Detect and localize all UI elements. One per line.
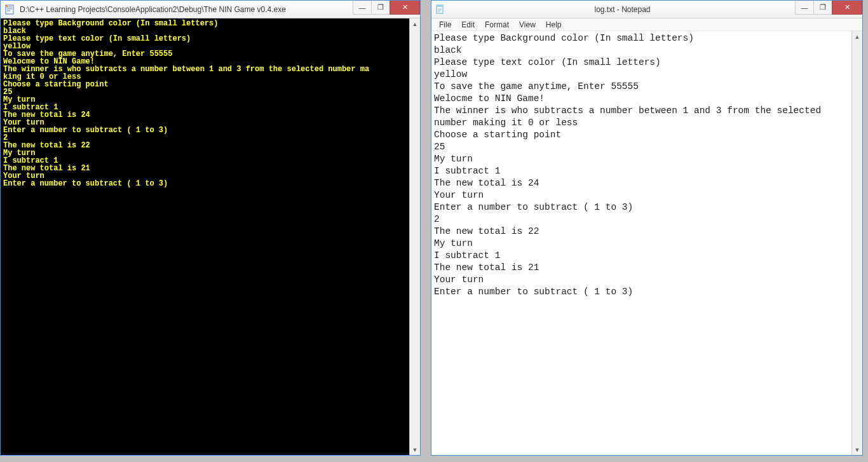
menu-file[interactable]: File <box>434 19 456 31</box>
notepad-scrollbar[interactable]: ▲ ▼ <box>851 31 862 455</box>
console-output: Please type Background color (In small l… <box>1 18 420 189</box>
console-window: D:\C++ Learning Projects\ConsoleApplicat… <box>0 0 421 456</box>
console-titlebar[interactable]: D:\C++ Learning Projects\ConsoleApplicat… <box>1 1 420 18</box>
menu-edit[interactable]: Edit <box>456 19 480 31</box>
minimize-button[interactable]: — <box>795 1 814 15</box>
minimize-button[interactable]: — <box>353 1 372 15</box>
menu-view[interactable]: View <box>514 19 541 31</box>
menu-format[interactable]: Format <box>480 19 514 31</box>
notepad-menubar: File Edit Format View Help <box>431 18 862 31</box>
scroll-up-icon[interactable]: ▲ <box>852 31 862 42</box>
scroll-track[interactable] <box>410 29 420 444</box>
console-title: D:\C++ Learning Projects\ConsoleApplicat… <box>18 5 353 14</box>
notepad-window: log.txt - Notepad — ❐ ✕ File Edit Format… <box>431 0 863 456</box>
scroll-up-icon[interactable]: ▲ <box>410 18 420 29</box>
scroll-track[interactable] <box>852 42 862 444</box>
notepad-app-icon <box>435 4 445 15</box>
notepad-title: log.txt - Notepad <box>449 5 796 14</box>
notepad-titlebar-buttons: — ❐ ✕ <box>796 1 862 15</box>
console-scrollbar[interactable]: ▲ ▼ <box>409 18 420 455</box>
notepad-body: Please type Background color (In small l… <box>431 31 862 455</box>
scroll-down-icon[interactable]: ▼ <box>852 444 862 455</box>
console-app-icon <box>4 4 15 15</box>
console-titlebar-buttons: — ❐ ✕ <box>353 1 420 15</box>
menu-help[interactable]: Help <box>541 19 567 31</box>
maximize-button[interactable]: ❐ <box>813 1 832 15</box>
notepad-titlebar[interactable]: log.txt - Notepad — ❐ ✕ <box>431 1 862 18</box>
svg-rect-2 <box>437 5 443 7</box>
scroll-down-icon[interactable]: ▼ <box>410 444 420 455</box>
close-button[interactable]: ✕ <box>390 1 420 15</box>
console-body: Please type Background color (In small l… <box>1 18 420 455</box>
maximize-button[interactable]: ❐ <box>371 1 390 15</box>
close-button[interactable]: ✕ <box>832 1 862 15</box>
notepad-content[interactable]: Please type Background color (In small l… <box>431 31 851 299</box>
